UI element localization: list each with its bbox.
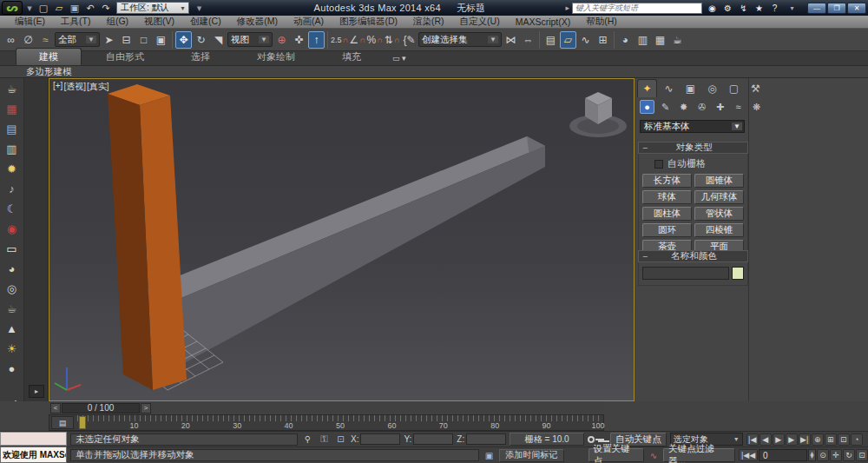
primitive-button-圆环[interactable]: 圆环 (642, 223, 692, 237)
viewport-shading-label[interactable]: [真实] (87, 81, 109, 93)
dome-icon[interactable]: ◕ (4, 261, 20, 275)
frame-number-field[interactable]: 0 (759, 449, 807, 461)
camera-icon[interactable]: ◉ (4, 222, 20, 235)
tab-modify[interactable]: ∿ (659, 79, 679, 97)
favorites-star-icon[interactable]: ★ (752, 2, 766, 14)
schematic-view-icon[interactable]: ⊞ (595, 31, 611, 49)
menu-item[interactable]: 编辑(E) (7, 16, 53, 28)
add-time-tag-button[interactable]: 添加时间标记 (499, 449, 564, 462)
mini-curve-editor-button[interactable]: ▤ (51, 416, 74, 429)
zoom-extents-icon[interactable]: ⊡ (838, 433, 850, 446)
frame-spinner[interactable]: ▲▼ (808, 449, 816, 461)
ribbon-subtab-polygon-modeling[interactable]: 多边形建模 (26, 66, 72, 78)
menu-item[interactable]: 动画(A) (286, 16, 332, 28)
selection-lock-icon[interactable]: ⚿ (318, 433, 331, 446)
search-expand-icon[interactable]: ▸ (565, 3, 569, 12)
viewcube[interactable] (569, 92, 627, 137)
name-color-rollout-header[interactable]: − 名称和颜色 (638, 250, 748, 262)
primitive-button-圆柱体[interactable]: 圆柱体 (642, 207, 692, 221)
category-cameras[interactable]: ✇ (694, 100, 709, 114)
teapot-icon[interactable]: ☕ (4, 82, 20, 96)
select-object-icon[interactable]: ➤ (101, 31, 117, 49)
material-editor-icon[interactable]: ◕ (617, 31, 634, 49)
ribbon-tab-填充[interactable]: 填充 (319, 49, 384, 65)
set-key-button[interactable]: 设置关键点 (589, 448, 644, 462)
select-and-manipulate-icon[interactable]: ✜ (291, 31, 307, 49)
go-to-end-icon[interactable]: ▶| (799, 433, 811, 446)
use-pivot-point-center-icon[interactable]: ⊕ (273, 31, 290, 49)
time-slider-handle[interactable] (79, 416, 86, 429)
workspace-dropdown[interactable]: 工作区: 默认 ▾ (116, 2, 189, 14)
layout-tabs-expand-button[interactable]: ▸ (29, 385, 44, 398)
category-systems[interactable]: ❋ (749, 100, 764, 114)
bind-to-space-warp-icon[interactable]: ≈ (37, 31, 54, 49)
manage-layers-icon[interactable]: ▤ (542, 31, 559, 49)
wrench-icon[interactable]: ⚙ (720, 2, 735, 14)
reference-coordinate-dropdown[interactable]: 视图▼ (227, 32, 273, 47)
isolate-selection-icon[interactable]: ⚲ (301, 433, 314, 446)
category-lights[interactable]: ✸ (676, 100, 691, 114)
close-button[interactable]: ✕ (847, 3, 866, 14)
plane-icon[interactable]: ▭ (4, 241, 20, 255)
zoom-icon[interactable]: ⊕ (812, 433, 824, 446)
new-file-icon[interactable]: ▢ (36, 2, 50, 14)
object-type-rollout-header[interactable]: − 对象类型 (638, 142, 748, 154)
time-ruler[interactable]: 0102030405060708090100 (77, 415, 602, 432)
select-by-name-icon[interactable]: ⊟ (118, 31, 135, 49)
dialog-toggle-icon[interactable]: ▣ (483, 449, 496, 461)
communication-center-icon[interactable]: ↯ (736, 2, 751, 14)
pan-hand-icon[interactable]: ✛ (830, 449, 842, 461)
object-color-swatch[interactable] (732, 267, 744, 280)
select-and-scale-icon[interactable]: ◥ (210, 31, 227, 49)
wire-teapot-icon[interactable]: ☕ (4, 301, 20, 315)
category-shapes[interactable]: ✎ (658, 100, 673, 114)
speaker-icon[interactable]: ♪ (4, 182, 20, 195)
render-production-teapot-icon[interactable]: ☕ (669, 31, 686, 49)
key-filters-button[interactable]: 关键点过滤器... (663, 448, 735, 462)
primitive-button-几何球体[interactable]: 几何球体 (694, 190, 744, 204)
menu-item[interactable]: 视图(V) (136, 16, 182, 28)
play-icon[interactable]: ▶ (773, 433, 785, 446)
curve-editor-icon[interactable]: ∿ (577, 31, 594, 49)
maxscript-listener-white[interactable]: 欢迎使用 MAXSc (0, 446, 67, 463)
viewport-label[interactable]: [+] [透视] [真实] (53, 81, 109, 93)
ribbon-tab-选择[interactable]: 选择 (168, 49, 233, 65)
new-key-tangent-icon[interactable]: ∿ (648, 449, 661, 461)
ribbon-tab-建模[interactable]: 建模 (16, 48, 82, 65)
menu-item[interactable]: 组(G) (98, 16, 136, 28)
save-icon[interactable]: ▣ (68, 2, 82, 14)
perspective-viewport[interactable]: [+] [透视] [真实] (49, 78, 635, 401)
go-to-start-icon[interactable]: |◀ (746, 433, 759, 446)
workspace-more-icon[interactable]: ▾ (193, 2, 207, 14)
cone-icon[interactable]: ▲ (4, 321, 20, 335)
tab-motion[interactable]: ◎ (702, 79, 722, 97)
geosphere-icon[interactable]: ● (4, 361, 20, 375)
category-helpers[interactable]: ✚ (713, 100, 727, 114)
ribbon-tab-自由形式[interactable]: 自由形式 (83, 49, 167, 65)
z-input[interactable] (466, 433, 506, 445)
minimize-button[interactable]: — (807, 3, 826, 14)
toggle-ribbon-icon[interactable]: ▱ (560, 31, 576, 49)
track-bar[interactable]: ▤ 0102030405060708090100 (49, 414, 604, 431)
sun-icon[interactable]: ☀ (4, 341, 20, 355)
orbit-icon[interactable]: ↻ (843, 449, 855, 461)
render-setup-icon[interactable]: ▥ (635, 31, 651, 49)
spinner-snap-icon[interactable]: ⇅∩ (384, 31, 400, 49)
align-icon[interactable]: ⇔ (520, 31, 536, 49)
time-slider-display[interactable]: 0 / 100 (62, 403, 140, 413)
menu-item[interactable]: 创建(C) (182, 16, 229, 28)
viewport-menu-plus[interactable]: [+] (53, 81, 62, 93)
absolute-offset-toggle-icon[interactable]: ⊡ (334, 433, 347, 446)
field-of-view-icon[interactable]: ◔ (851, 433, 863, 446)
x-input[interactable] (360, 433, 400, 445)
help-dropdown-icon[interactable]: ▾ (785, 2, 799, 14)
y-input[interactable] (413, 433, 453, 445)
select-and-link-icon[interactable]: ∞ (3, 31, 19, 49)
snaps-toggle-icon[interactable]: 2.5∩ (331, 31, 348, 49)
beam-front-face[interactable] (161, 146, 545, 366)
undo-icon[interactable]: ↶ (83, 2, 97, 14)
primitive-button-长方体[interactable]: 长方体 (642, 174, 692, 188)
open-file-icon[interactable]: ▱ (52, 2, 66, 14)
logo-dropdown-icon[interactable]: ▾ (26, 2, 33, 14)
selection-filter-dropdown[interactable]: 全部▼ (55, 32, 100, 47)
